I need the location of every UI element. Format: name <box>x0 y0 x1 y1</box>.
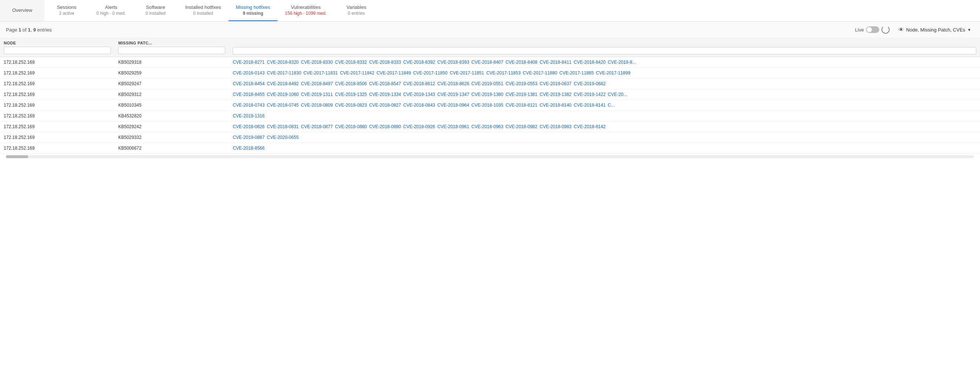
tab-label-installed-hotfixes: Installed hotfixes <box>185 5 221 10</box>
cve-link[interactable]: CVE-2019-1347 <box>438 92 469 97</box>
cve-link[interactable]: CVE-2018-8330 <box>301 60 333 65</box>
cve-link[interactable]: CVE-2018-0877 <box>301 124 333 129</box>
cve-link[interactable]: CVE-2018-0809 <box>301 103 333 108</box>
tab-overview[interactable]: Overview <box>0 0 45 21</box>
cve-link[interactable]: CVE-2018-0743 <box>232 103 264 108</box>
cve-link[interactable]: CVE-2018-8497 <box>301 81 333 86</box>
tab-sublabel-vulnerabilities: 156 high · 1099 med. <box>285 11 327 16</box>
cves-filter-input[interactable] <box>232 47 976 54</box>
cve-link[interactable]: CVE-2018-8411 <box>539 60 571 65</box>
tab-sublabel-alerts: 0 high · 0 med. <box>96 11 126 16</box>
table-row: 172.18.252.169KB5006672CVE-2018-8566 <box>0 143 980 154</box>
cve-link[interactable]: CVE-2019-1380 <box>471 92 503 97</box>
cve-link[interactable]: CVE-2018-8612 <box>403 81 435 86</box>
cve-link[interactable]: CVE-2019-1381 <box>506 92 538 97</box>
cve-link[interactable]: CVE-2018-8455 <box>232 92 264 97</box>
cve-link[interactable]: CVE-2017-11899 <box>596 70 630 76</box>
cve-link[interactable]: CVE-2016-0143 <box>232 70 264 76</box>
cve-link[interactable]: CVE-2017-11842 <box>340 70 374 76</box>
cve-link[interactable]: CVE-2019-0553 <box>506 81 538 86</box>
cve-link[interactable]: C... <box>608 103 615 108</box>
cve-link[interactable]: CVE-2018-8271 <box>232 60 264 65</box>
live-toggle[interactable] <box>866 26 879 33</box>
tab-vulnerabilities[interactable]: Vulnerabilities156 high · 1099 med. <box>277 0 334 21</box>
cve-link[interactable]: CVE-2017-11851 <box>450 70 484 76</box>
patch-filter-input[interactable] <box>118 47 225 54</box>
cve-link[interactable]: CVE-2017-11880 <box>523 70 557 76</box>
tab-sublabel-variables: 0 entries <box>348 11 365 16</box>
cve-link[interactable]: CVE-2017-11853 <box>486 70 521 76</box>
cve-link[interactable]: CVE-2017-11830 <box>267 70 301 76</box>
cve-link[interactable]: CVE-2018-0982 <box>506 124 538 129</box>
cve-link[interactable]: CVE-2018-8392 <box>403 60 435 65</box>
cve-link[interactable]: CVE-2018-8547 <box>369 81 401 86</box>
tab-installed-hotfixes[interactable]: Installed hotfixes0 installed <box>178 0 229 21</box>
tab-missing-hotfixes[interactable]: Missing hotfixes9 missing <box>229 0 277 21</box>
cve-link[interactable]: CVE-2018-8142 <box>574 124 606 129</box>
cve-link[interactable]: CVE-2018-0890 <box>369 124 401 129</box>
cves-cell: CVE-2018-8271CVE-2018-8320CVE-2018-8330C… <box>229 57 980 68</box>
cve-link[interactable]: CVE-2019-0551 <box>471 81 503 86</box>
cve-link[interactable]: CVE-2019-1325 <box>335 92 367 97</box>
page-info: Page 1 of 1, 9 entries <box>6 27 52 33</box>
tab-label-sessions: Sessions <box>57 5 77 10</box>
cve-link[interactable]: CVE-2018-8626 <box>438 81 469 86</box>
cve-link[interactable]: CVE-2018-0983 <box>539 124 571 129</box>
cve-link[interactable]: CVE-2018-0745 <box>267 103 299 108</box>
cve-link[interactable]: CVE-2017-11831 <box>303 70 338 76</box>
cve-link[interactable]: CVE-2018-0880 <box>335 124 367 129</box>
cve-link[interactable]: CVE-2018-0827 <box>369 103 401 108</box>
columns-selector[interactable]: 👁 Node, Missing Patch, CVEs ▼ <box>896 25 974 34</box>
tab-alerts[interactable]: Alerts0 high · 0 med. <box>89 0 133 21</box>
cve-link[interactable]: CVE-2020-0655 <box>267 135 299 140</box>
tab-variables[interactable]: Variables0 entries <box>334 0 379 21</box>
cve-link[interactable]: CVE-2019-1060 <box>267 92 299 97</box>
tab-software[interactable]: Software0 installed <box>133 0 178 21</box>
cve-link[interactable]: CVE-2017-11885 <box>559 70 594 76</box>
node-filter-input[interactable] <box>4 47 111 54</box>
cve-link[interactable]: CVE-2018-0926 <box>403 124 435 129</box>
cve-link[interactable]: CVE-2019-1316 <box>232 113 264 119</box>
cve-link[interactable]: CVE-2019-1343 <box>403 92 435 97</box>
cve-link[interactable]: CVE-2018-0826 <box>232 124 264 129</box>
cve-link[interactable]: CVE-2018-8320 <box>267 60 299 65</box>
cve-link[interactable]: CVE-2018-8332 <box>335 60 367 65</box>
cves-cell: CVE-2019-0887CVE-2020-0655 <box>229 132 980 143</box>
cve-link[interactable]: CVE-2019-1382 <box>539 92 571 97</box>
cve-link[interactable]: CVE-2018-8... <box>608 60 636 65</box>
cve-link[interactable]: CVE-2018-1035 <box>471 103 503 108</box>
cve-link[interactable]: CVE-2018-8333 <box>369 60 401 65</box>
cve-link[interactable]: CVE-2017-11849 <box>377 70 411 76</box>
patch-cell: KB5029247 <box>115 78 229 89</box>
tab-sessions[interactable]: Sessions2 active <box>45 0 89 21</box>
cve-link[interactable]: CVE-2018-8492 <box>267 81 299 86</box>
cve-link[interactable]: CVE-2018-8121 <box>506 103 538 108</box>
cve-link[interactable]: CVE-2019-1311 <box>301 92 333 97</box>
cve-link[interactable]: CVE-2018-8506 <box>335 81 367 86</box>
cve-link[interactable]: CVE-2018-8140 <box>539 103 571 108</box>
cve-link[interactable]: CVE-2018-8141 <box>574 103 606 108</box>
cve-link[interactable]: CVE-2018-8393 <box>438 60 469 65</box>
cve-link[interactable]: CVE-2018-8566 <box>232 146 264 151</box>
cve-link[interactable]: CVE-2018-0823 <box>335 103 367 108</box>
cve-link[interactable]: CVE-2019-0637 <box>539 81 571 86</box>
patch-cell: KB5006672 <box>115 143 229 154</box>
cve-link[interactable]: CVE-2018-0843 <box>403 103 435 108</box>
table-row: 172.18.252.169KB5029332CVE-2019-0887CVE-… <box>0 132 980 143</box>
cve-link[interactable]: CVE-2019-1422 <box>574 92 606 97</box>
cve-link[interactable]: CVE-2018-8454 <box>232 81 264 86</box>
cve-link[interactable]: CVE-2018-8408 <box>506 60 538 65</box>
cve-link[interactable]: CVE-2018-0831 <box>267 124 299 129</box>
cve-link[interactable]: CVE-20... <box>608 92 627 97</box>
cve-link[interactable]: CVE-2018-0961 <box>438 124 469 129</box>
cve-link[interactable]: CVE-2018-0963 <box>471 124 503 129</box>
cve-link[interactable]: CVE-2018-8407 <box>471 60 503 65</box>
refresh-icon[interactable] <box>881 25 889 34</box>
cve-link[interactable]: CVE-2019-0887 <box>232 135 264 140</box>
cve-link[interactable]: CVE-2019-0682 <box>574 81 606 86</box>
cve-link[interactable]: CVE-2018-0964 <box>438 103 469 108</box>
scrollbar-hint[interactable] <box>6 155 974 158</box>
cve-link[interactable]: CVE-2017-11850 <box>413 70 447 76</box>
cve-link[interactable]: CVE-2019-1334 <box>369 92 401 97</box>
cve-link[interactable]: CVE-2018-8420 <box>574 60 606 65</box>
